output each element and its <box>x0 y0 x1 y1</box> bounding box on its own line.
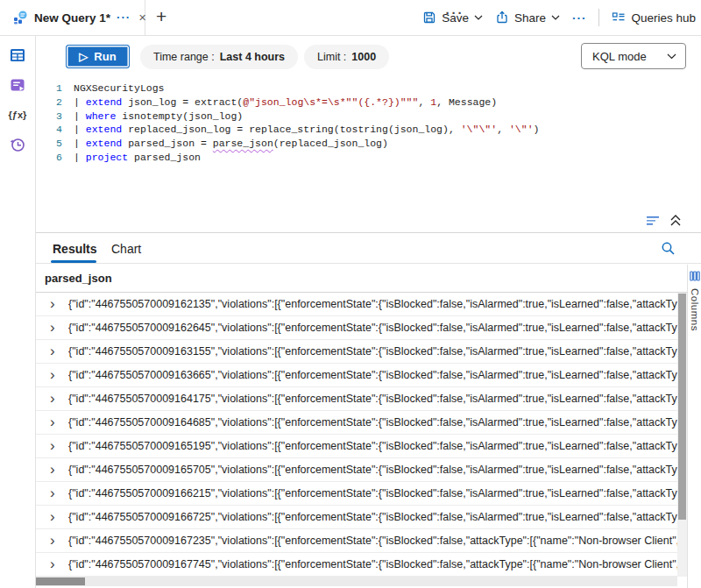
expand-row-icon[interactable]: › <box>50 464 59 476</box>
new-tab-button[interactable]: + <box>156 5 166 28</box>
tab-overflow-icon[interactable]: ··· <box>117 13 131 22</box>
code-segment: '\"\"' <box>461 124 497 135</box>
query-tab[interactable]: New Query 1* ··· ✕ <box>4 0 145 35</box>
code-segment: parse_json <box>213 138 273 149</box>
time-range-picker[interactable]: Time range : Last 4 hours <box>140 45 298 69</box>
row-json-text: {"id":"4467550570009165705","violations"… <box>68 464 677 476</box>
search-results-icon[interactable] <box>661 241 676 256</box>
kql-mode-dropdown[interactable]: KQL mode <box>581 43 686 69</box>
code-line[interactable]: 1NGXSecurityLogs <box>36 81 701 96</box>
expand-row-icon[interactable]: › <box>50 345 59 358</box>
table-row[interactable]: ›{"id":"4467550570009164685","violations… <box>36 411 677 435</box>
row-json-text: {"id":"4467550570009162645","violations"… <box>68 322 677 334</box>
tab-bar: New Query 1* ··· ✕ + Save <box>0 0 701 36</box>
query-editor[interactable]: 1NGXSecurityLogs2| extend json_log = ext… <box>36 78 701 210</box>
line-number: 6 <box>36 151 62 165</box>
line-number: 1 <box>36 81 62 96</box>
more-actions-button[interactable]: ··· <box>572 11 587 25</box>
line-number: 2 <box>36 96 62 110</box>
table-row[interactable]: ›{"id":"4467550570009166725","violations… <box>36 506 677 529</box>
results-rows: ›{"id":"4467550570009162135","violations… <box>36 293 677 577</box>
tab-chart[interactable]: Chart <box>111 233 141 264</box>
code-segment: isnotempty(json_log) <box>116 110 243 122</box>
code-segment: | <box>74 124 86 135</box>
table-row[interactable]: ›{"id":"4467550570009166215","violations… <box>36 482 677 506</box>
row-json-text: {"id":"4467550570009166215","violations"… <box>68 487 677 499</box>
expand-row-icon[interactable]: › <box>50 298 59 310</box>
expand-row-icon[interactable]: › <box>50 416 59 429</box>
limit-label: Limit : <box>317 51 346 63</box>
code-line[interactable]: 5| extend parsed_json = parse_json(repla… <box>36 137 701 151</box>
code-segment: project <box>86 152 128 163</box>
code-segment: | <box>74 152 86 163</box>
expand-row-icon[interactable]: › <box>50 440 59 452</box>
collapse-editor-icon[interactable] <box>669 214 682 227</box>
line-number: 3 <box>36 110 62 124</box>
results-tab-bar: Results Chart <box>36 233 701 264</box>
code-line[interactable]: 6| project parsed_json <box>36 151 701 165</box>
vertical-scrollbar[interactable] <box>677 293 687 577</box>
tab-results[interactable]: Results <box>53 233 97 264</box>
row-json-text: {"id":"4467550570009165195","violations"… <box>68 440 677 452</box>
functions-icon[interactable]: {ƒx} <box>8 105 27 124</box>
table-row[interactable]: ›{"id":"4467550570009165705","violations… <box>36 458 677 482</box>
row-json-text: {"id":"4467550570009163155","violations"… <box>68 345 677 358</box>
expand-row-icon[interactable]: › <box>50 558 59 570</box>
table-row[interactable]: ›{"id":"4467550570009163155","violations… <box>36 340 677 364</box>
expand-row-icon[interactable]: › <box>50 369 59 381</box>
code-line[interactable]: 2| extend json_log = extract(@"json_log\… <box>36 96 701 110</box>
code-line[interactable]: 3| where isnotempty(json_log) <box>36 110 701 124</box>
queries-hub-button[interactable]: Queries hub <box>612 11 696 25</box>
row-json-text: {"id":"4467550570009164175","violations"… <box>68 393 677 405</box>
table-row[interactable]: ›{"id":"4467550570009162645","violations… <box>36 316 677 340</box>
code-segment: replaced_json_log = replace_string(tostr… <box>122 124 460 135</box>
chevron-down-icon <box>667 53 676 60</box>
code-segment: ) <box>534 124 540 135</box>
vertical-scrollbar-thumb[interactable] <box>678 294 686 520</box>
format-lines-icon[interactable] <box>646 215 661 227</box>
dashboards-icon[interactable] <box>8 75 27 95</box>
time-range-label: Time range : <box>153 51 215 63</box>
share-label: Share <box>514 11 546 25</box>
columns-panel[interactable]: Columns <box>687 265 701 588</box>
code-line[interactable]: 4| extend replaced_json_log = replace_st… <box>36 123 701 137</box>
share-icon <box>495 11 509 25</box>
table-row[interactable]: ›{"id":"4467550570009167235","violations… <box>36 529 677 553</box>
table-row[interactable]: ›{"id":"4467550570009163665","violations… <box>36 364 677 387</box>
expand-row-icon[interactable]: › <box>50 487 59 499</box>
tab-close-icon[interactable]: ✕ <box>137 11 148 25</box>
expand-row-icon[interactable]: › <box>50 393 59 405</box>
query-history-icon[interactable] <box>8 135 27 154</box>
line-number: 4 <box>36 123 62 137</box>
chevron-down-icon <box>474 15 483 20</box>
run-button[interactable]: ▷ Run <box>66 45 130 68</box>
expand-row-icon[interactable]: › <box>50 535 59 547</box>
horizontal-scrollbar[interactable] <box>36 577 677 586</box>
columns-icon <box>690 271 700 281</box>
chevron-down-icon <box>551 15 560 20</box>
code-segment: NGXSecurityLogs <box>74 82 165 94</box>
horizontal-scrollbar-thumb[interactable] <box>36 577 85 585</box>
table-row[interactable]: ›{"id":"4467550570009164175","violations… <box>36 387 677 411</box>
row-json-text: {"id":"4467550570009167235","violations"… <box>68 535 677 547</box>
share-button[interactable]: Share <box>495 11 560 25</box>
splitter-drag-handle[interactable]: ··· <box>437 5 472 20</box>
expand-row-icon[interactable]: › <box>50 322 59 334</box>
code-segment: parsed_json <box>128 152 201 163</box>
code-segment: (replaced_json_log) <box>273 138 388 149</box>
expand-row-icon[interactable]: › <box>50 511 59 523</box>
row-json-text: {"id":"4467550570009166725","violations"… <box>68 511 677 523</box>
limit-picker[interactable]: Limit : 1000 <box>304 45 389 69</box>
tab-title: New Query 1* <box>34 11 110 25</box>
code-segment: | <box>74 96 86 108</box>
table-explorer-icon[interactable] <box>8 46 27 65</box>
queries-hub-label: Queries hub <box>631 11 696 25</box>
code-segment: extend <box>86 96 122 108</box>
column-header-parsed-json[interactable]: parsed_json <box>45 272 112 285</box>
table-row[interactable]: ›{"id":"4467550570009162135","violations… <box>36 293 677 316</box>
active-tab-indicator <box>51 260 96 263</box>
table-row[interactable]: ›{"id":"4467550570009165195","violations… <box>36 435 677 458</box>
table-row[interactable]: ›{"id":"4467550570009167745","violations… <box>36 553 677 577</box>
code-segment: | <box>74 110 86 122</box>
divider <box>598 9 599 26</box>
